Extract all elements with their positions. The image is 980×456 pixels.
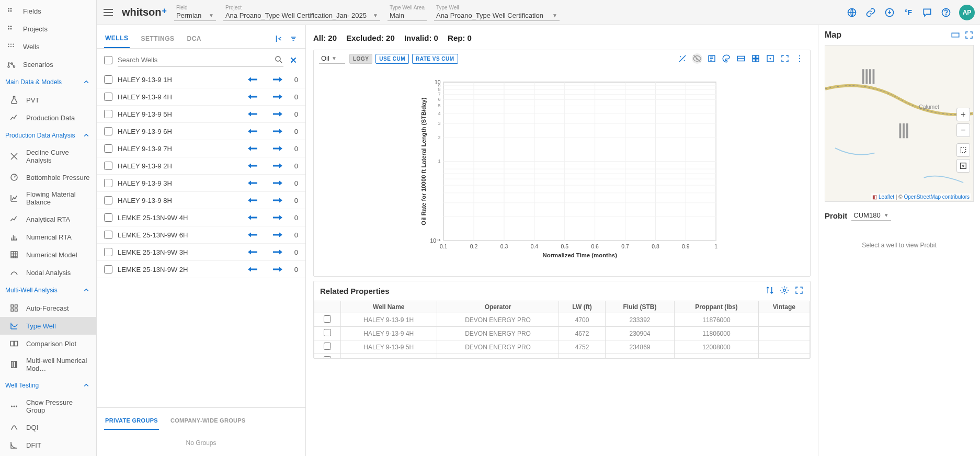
tab-settings[interactable]: SETTINGS <box>140 31 176 48</box>
arrow-left-icon[interactable] <box>248 76 257 83</box>
clear-icon[interactable] <box>289 55 298 65</box>
help-icon[interactable] <box>940 7 952 18</box>
table-row[interactable]: HALEY 9-13-9 6HDEVON ENERGY PRO465723153… <box>314 354 810 359</box>
row-checkbox[interactable] <box>324 356 331 358</box>
chip-rate-vs-cum[interactable]: RATE VS CUM <box>412 54 458 64</box>
probit-select[interactable]: CUM180 ▼ <box>851 210 891 221</box>
notes-icon[interactable] <box>706 53 717 64</box>
avatar[interactable]: AP <box>959 5 975 20</box>
table-row[interactable]: HALEY 9-13-9 5HDEVON ENERGY PRO475223486… <box>314 340 810 354</box>
well-checkbox[interactable] <box>104 162 112 170</box>
arrow-right-icon[interactable] <box>273 266 282 273</box>
well-checkbox[interactable] <box>104 196 112 204</box>
sidebar-item-type-well[interactable]: Type Well <box>0 317 96 335</box>
arrow-right-icon[interactable] <box>273 76 282 83</box>
well-checkbox[interactable] <box>104 213 112 222</box>
sidebar-item-dqi[interactable]: DQI <box>0 418 96 436</box>
more-icon[interactable] <box>794 53 805 64</box>
arrow-right-icon[interactable] <box>273 145 282 152</box>
arrow-right-icon[interactable] <box>273 231 282 238</box>
temp-unit-toggle[interactable]: °F <box>903 7 914 18</box>
sidebar-item-wells[interactable]: Wells <box>0 38 96 55</box>
field-select[interactable]: Field Permian▼ <box>174 4 216 21</box>
palette-icon[interactable] <box>721 53 732 64</box>
sidebar-item-scenarios[interactable]: Scenarios <box>0 55 96 73</box>
table-row[interactable]: HALEY 9-13-9 4HDEVON ENERGY PRO467223090… <box>314 327 810 340</box>
sidebar-item-numerical-rta[interactable]: Numerical RTA <box>0 228 96 246</box>
table-icon[interactable] <box>736 53 746 64</box>
arrow-left-icon[interactable] <box>248 128 257 135</box>
arrow-right-icon[interactable] <box>273 197 282 204</box>
well-row[interactable]: HALEY 9-13-9 8H 0 <box>97 192 305 209</box>
arrow-right-icon[interactable] <box>273 214 282 221</box>
arrow-right-icon[interactable] <box>273 93 282 100</box>
sidebar-item-pvt[interactable]: PVT <box>0 91 96 109</box>
filter-icon[interactable] <box>289 34 298 45</box>
groups-tab-company-wide-groups[interactable]: COMPANY-WIDE GROUPS <box>169 413 247 430</box>
arrow-left-icon[interactable] <box>248 179 257 187</box>
sidebar-section-multi-well-analysis[interactable]: Multi-Well Analysis <box>0 281 96 299</box>
fluid-select[interactable]: Oil ▼ <box>319 53 345 64</box>
row-checkbox[interactable] <box>324 329 331 336</box>
well-row[interactable]: HALEY 9-13-9 7H 0 <box>97 140 305 157</box>
sidebar-item-production-data[interactable]: Production Data <box>0 109 96 127</box>
expand-icon[interactable] <box>780 53 790 64</box>
sidebar-item-decline-curve-analysis[interactable]: Decline Curve Analysis <box>0 144 96 168</box>
sidebar-item-chow-pressure-group[interactable]: Chow Pressure Group <box>0 394 96 418</box>
arrow-left-icon[interactable] <box>248 145 257 152</box>
map-zoom-out[interactable]: − <box>956 123 970 137</box>
sidebar-section-advanced-pvt-phase-b-[interactable]: Advanced PVT & Phase B… <box>0 454 96 456</box>
well-row[interactable]: LEMKE 25-13N-9W 6H 0 <box>97 226 305 244</box>
sidebar-item-auto-forecast[interactable]: Auto-Forecast <box>0 299 96 317</box>
well-checkbox[interactable] <box>104 248 112 256</box>
well-row[interactable]: HALEY 9-13-9 5H 0 <box>97 106 305 123</box>
download-icon[interactable] <box>884 7 895 18</box>
groups-tab-private-groups[interactable]: PRIVATE GROUPS <box>104 413 159 430</box>
chip-use-cum[interactable]: USE CUM <box>375 54 409 64</box>
well-row[interactable]: LEMKE 25-13N-9W 4H 0 <box>97 209 305 226</box>
sort-icon[interactable] <box>765 286 774 297</box>
arrow-left-icon[interactable] <box>248 248 257 256</box>
sidebar-item-comparison-plot[interactable]: Comparison Plot <box>0 335 96 352</box>
arrow-left-icon[interactable] <box>248 197 257 204</box>
arrow-right-icon[interactable] <box>273 128 282 135</box>
visibility-off-icon[interactable] <box>692 53 702 64</box>
sidebar-section-well-testing[interactable]: Well Testing <box>0 377 96 394</box>
search-icon[interactable] <box>274 55 283 64</box>
sidebar-item-projects[interactable]: Projects <box>0 20 96 38</box>
collapse-icon[interactable] <box>274 34 283 45</box>
focus-icon[interactable] <box>765 53 776 64</box>
project-select[interactable]: Project Ana Proano_Type Well Certificati… <box>223 4 380 21</box>
arrow-left-icon[interactable] <box>248 231 257 238</box>
leaflet-link[interactable]: Leaflet <box>879 194 894 200</box>
arrow-right-icon[interactable] <box>273 110 282 118</box>
map-fit[interactable] <box>956 159 970 173</box>
chart-area[interactable]: 0.10.20.30.40.50.60.70.80.91109876543211… <box>314 67 810 276</box>
expand-related-icon[interactable] <box>794 286 804 297</box>
sidebar-item-multi-well-numerical-mod-[interactable]: Multi-well Numerical Mod… <box>0 352 96 377</box>
well-row[interactable]: HALEY 9-13-9 1H 0 <box>97 71 305 88</box>
table-row[interactable]: HALEY 9-13-9 1HDEVON ENERGY PRO470023339… <box>314 313 810 327</box>
well-checkbox[interactable] <box>104 265 112 273</box>
arrow-left-icon[interactable] <box>248 93 257 100</box>
sidebar-section-production-data-analysis[interactable]: Production Data Analysis <box>0 127 96 144</box>
related-table-scroll[interactable]: Well NameOperatorLW (ft)Fluid (STB)Propp… <box>314 301 810 358</box>
map-toggle-icon[interactable] <box>951 30 960 40</box>
osm-link[interactable]: OpenStreetMap contributors <box>904 194 970 200</box>
well-checkbox[interactable] <box>104 179 112 187</box>
typewell-select[interactable]: Type Well Ana Proano_Type Well Certifica… <box>434 4 560 21</box>
chip-logy[interactable]: LOGY <box>349 54 372 64</box>
well-row[interactable]: LEMKE 25-13N-9W 3H 0 <box>97 244 305 261</box>
sidebar-item-fields[interactable]: Fields <box>0 2 96 20</box>
map-expand-icon[interactable] <box>964 30 974 40</box>
map[interactable]: Calumet + − ◧ Leaflet | © OpenStreetMap … <box>825 45 974 202</box>
sidebar-item-flowing-material-balance[interactable]: Flowing Material Balance <box>0 186 96 210</box>
well-row[interactable]: HALEY 9-13-9 3H 0 <box>97 175 305 192</box>
select-all-checkbox[interactable] <box>104 56 112 64</box>
sidebar-item-dfit[interactable]: DFIT <box>0 436 96 454</box>
sidebar-item-nodal-analysis[interactable]: Nodal Analysis <box>0 264 96 281</box>
well-row[interactable]: HALEY 9-13-9 2H 0 <box>97 157 305 175</box>
arrow-right-icon[interactable] <box>273 248 282 256</box>
sidebar-item-analytical-rta[interactable]: Analytical RTA <box>0 210 96 228</box>
arrow-left-icon[interactable] <box>248 162 257 169</box>
